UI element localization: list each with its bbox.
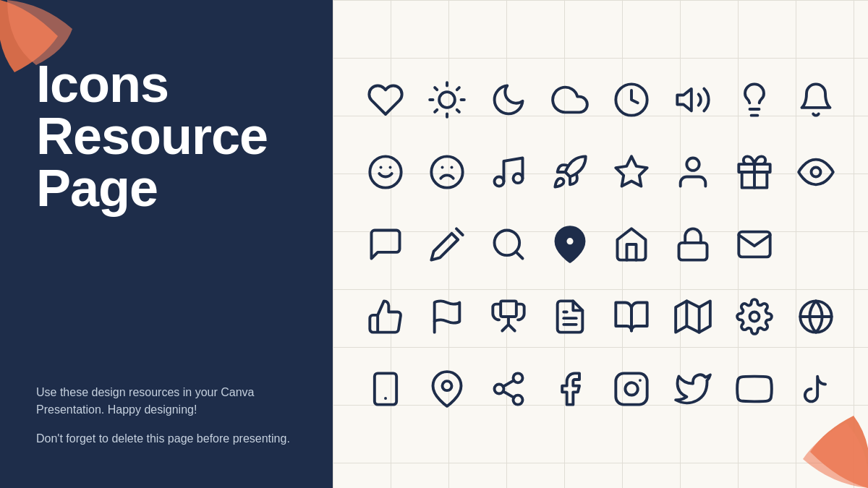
svg-point-25 <box>811 167 820 176</box>
svg-rect-30 <box>678 242 707 260</box>
flag-icon <box>422 291 472 342</box>
svg-line-4 <box>456 109 459 111</box>
moon-icon <box>483 74 534 125</box>
svg-marker-52 <box>751 384 760 393</box>
svg-line-26 <box>456 228 463 235</box>
svg-line-48 <box>503 391 514 398</box>
svg-marker-36 <box>676 301 710 332</box>
svg-point-22 <box>686 158 699 170</box>
cloud-icon <box>545 74 595 125</box>
pencil-icon <box>422 219 472 270</box>
svg-rect-33 <box>501 301 516 317</box>
gear-icon <box>729 291 780 342</box>
svg-rect-42 <box>374 373 396 404</box>
instagram-icon <box>606 364 657 414</box>
svg-marker-21 <box>616 156 647 186</box>
bottom-text-block: Use these design resources in your Canva… <box>36 384 297 459</box>
svg-marker-10 <box>677 88 692 110</box>
facebook-icon <box>545 364 595 414</box>
person-icon <box>668 147 718 197</box>
body-text: Use these design resources in your Canva… <box>36 384 297 419</box>
svg-point-16 <box>431 156 462 187</box>
rocket-icon <box>545 147 595 197</box>
trophy-icon <box>483 291 534 342</box>
megaphone-icon <box>668 74 718 125</box>
svg-point-0 <box>439 92 455 108</box>
spacer-r3 <box>791 219 841 270</box>
youtube-icon <box>729 364 780 414</box>
twitter-icon <box>668 364 718 414</box>
chat-icon <box>360 219 411 270</box>
clock-icon <box>606 74 657 125</box>
gift-icon <box>729 147 780 197</box>
title-block: Icons Resource Page <box>36 58 268 214</box>
sun-icon <box>422 74 472 125</box>
lock-icon <box>668 219 718 270</box>
globe-icon <box>791 291 841 342</box>
right-panel <box>333 0 868 488</box>
smiley-icon <box>360 147 411 197</box>
eye-icon <box>791 147 841 197</box>
search-icon <box>483 219 534 270</box>
bell-icon <box>791 74 841 125</box>
map-icon <box>668 291 718 342</box>
mail-icon <box>729 219 780 270</box>
svg-line-49 <box>503 380 514 387</box>
left-panel: Icons Resource Page Use these design res… <box>0 0 333 488</box>
star-icon <box>606 147 657 197</box>
music-icon <box>483 147 534 197</box>
svg-point-29 <box>565 236 574 246</box>
svg-line-3 <box>435 87 437 90</box>
svg-point-39 <box>749 312 759 321</box>
svg-rect-50 <box>616 373 647 404</box>
svg-point-19 <box>494 176 503 186</box>
book-icon <box>606 291 657 342</box>
svg-point-13 <box>370 156 401 187</box>
pin-icon <box>545 219 595 270</box>
svg-line-28 <box>516 252 522 258</box>
svg-line-7 <box>435 109 437 111</box>
location-icon <box>422 364 472 414</box>
icons-grid <box>340 49 861 440</box>
tiktok-icon <box>791 364 841 414</box>
share-icon <box>483 364 534 414</box>
warning-text: Don't forget to delete this page before … <box>36 430 297 448</box>
thumbsup-icon <box>360 291 411 342</box>
home-icon <box>606 219 657 270</box>
page-title: Icons Resource Page <box>36 58 268 214</box>
svg-line-8 <box>456 87 459 90</box>
svg-point-44 <box>442 381 451 390</box>
lightbulb-icon <box>729 74 780 125</box>
document-icon <box>545 291 595 342</box>
phone-icon <box>360 364 411 414</box>
heart-icon <box>360 74 411 125</box>
sad-icon <box>422 147 472 197</box>
